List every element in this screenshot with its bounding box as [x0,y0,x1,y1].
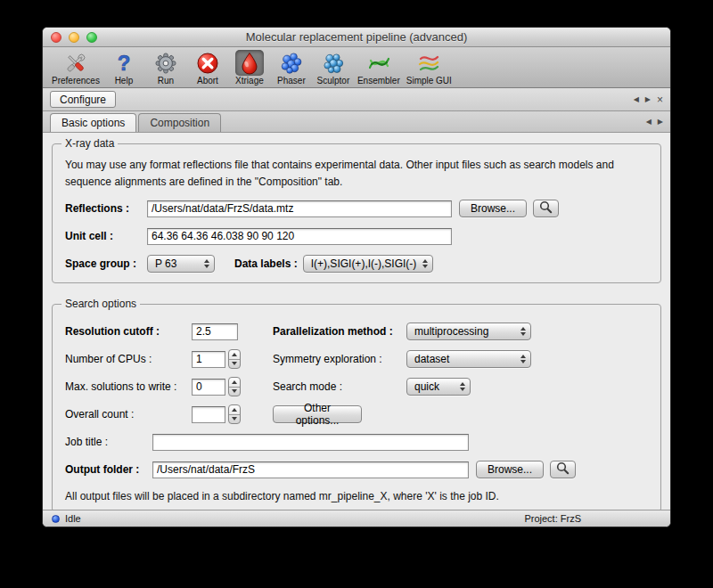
overall-count-row: Overall count : Other options... [65,404,648,424]
xray-data-group-title: X-ray data [61,137,118,150]
toolbar-button-preferences[interactable]: Preferences [52,50,100,86]
tab-configure[interactable]: Configure [50,91,116,108]
max-solutions-stepper[interactable] [228,377,241,396]
reflections-browse-button[interactable]: Browse... [459,200,527,217]
parallelization-label: Parallelization method : [273,325,406,338]
tab-scroll-right-icon[interactable]: ▶ [645,95,651,103]
toolbar-button-ensembler[interactable]: Ensembler [357,50,400,86]
window-title: Molecular replacement pipeline (advanced… [246,30,468,44]
overall-count-spinner [192,404,241,424]
reflections-view-button[interactable] [533,200,559,217]
output-folder-label: Output folder : [65,463,152,476]
tab-basic-options-label: Basic options [61,117,125,129]
space-group-label: Space group : [65,257,147,270]
num-cpus-stepper[interactable] [228,349,241,369]
search-mode-select[interactable]: quick [406,378,471,396]
toolbar-button-simple-gui[interactable]: Simple GUI [406,50,452,86]
status-text: Idle [65,513,81,524]
close-window-button[interactable] [51,32,61,43]
xray-data-group: X-ray data You may use any format reflec… [52,137,661,283]
max-solutions-input[interactable] [192,379,225,396]
abort-x-icon [193,50,222,76]
num-cpus-input[interactable] [192,351,225,368]
search-options-group-title: Search options [61,298,140,310]
toolbar-button-abort[interactable]: Abort [190,50,225,86]
data-labels-select[interactable]: I(+),SIGI(+),I(-),SIGI(-) [303,255,434,273]
titlebar: Molecular replacement pipeline (advanced… [43,28,670,47]
reflections-input[interactable] [147,200,452,217]
unit-cell-label: Unit cell : [65,230,147,242]
max-solutions-spinner [192,377,241,396]
run-gear-icon [152,50,180,76]
popup-arrows-icon [422,259,428,268]
max-solutions-label: Max. solutions to write : [65,380,192,393]
xtriage-drop-icon [235,50,264,76]
stepper-up-icon[interactable] [229,350,240,360]
popup-arrows-icon [520,327,526,336]
toolbar-button-help[interactable]: ? Help [106,50,142,86]
toolbar-label: Phaser [277,76,306,86]
overall-count-label: Overall count : [65,408,192,421]
output-folder-view-button[interactable] [550,461,576,478]
output-folder-browse-button[interactable]: Browse... [476,461,544,478]
resolution-cutoff-label: Resolution cutoff : [65,325,192,338]
configure-tab-strip: Configure ◀ ▶ × [43,88,670,111]
stepper-down-icon[interactable] [229,415,240,424]
stepper-down-icon[interactable] [229,360,240,369]
toolbar-label: Run [158,76,174,86]
project-label: Project: FrzS [524,513,581,524]
toolbar: Preferences ? Help [43,47,670,88]
toolbar-button-xtriage[interactable]: Xtriage [232,50,267,86]
overall-count-stepper[interactable] [228,404,241,424]
subtab-scroll-left-icon[interactable]: ◀ [646,118,652,126]
parallelization-select[interactable]: multiprocessing [406,323,531,340]
help-question-icon: ? [110,50,138,76]
cpus-row: Number of CPUs : Symmetry exploration : … [65,349,648,369]
toolbar-button-run[interactable]: Run [148,50,184,86]
symmetry-select[interactable]: dataset [406,350,531,368]
popup-arrows-icon [520,355,526,363]
preferences-tools-icon [61,50,90,76]
toolbar-label: Simple GUI [406,76,452,86]
toolbar-button-sculptor[interactable]: Sculptor [316,50,351,86]
minimize-window-button[interactable] [69,32,79,43]
unit-cell-row: Unit cell : [65,226,648,246]
tab-close-icon[interactable]: × [657,96,663,103]
space-group-select[interactable]: P 63 [147,255,215,273]
output-folder-input[interactable] [152,461,469,478]
output-note: All output files will be placed in a sub… [65,490,648,502]
max-solutions-row: Max. solutions to write : Search mode : … [65,377,648,396]
job-title-label: Job title : [65,436,152,448]
toolbar-label: Help [115,76,134,86]
sub-tab-strip: Basic options Composition ◀ ▶ [43,111,670,133]
toolbar-label: Abort [197,76,218,86]
resolution-cutoff-input[interactable] [192,323,238,340]
zoom-window-button[interactable] [86,32,97,43]
tab-composition[interactable]: Composition [138,113,221,132]
sculptor-molecule-icon [319,50,348,76]
search-mode-label: Search mode : [273,380,406,393]
job-title-row: Job title : [65,432,648,452]
other-options-button[interactable]: Other options... [273,405,362,423]
tab-basic-options[interactable]: Basic options [50,113,136,132]
tab-scroll-left-icon[interactable]: ◀ [634,95,639,103]
stepper-up-icon[interactable] [229,405,240,415]
toolbar-button-phaser[interactable]: Phaser [274,50,309,86]
phaser-molecule-icon [277,50,306,76]
status-indicator-icon [52,515,60,523]
stepper-up-icon[interactable] [229,378,240,388]
toolbar-label: Ensembler [357,76,400,86]
tab-strip-controls: ◀ ▶ × [634,88,663,110]
tab-composition-label: Composition [150,117,209,129]
magnifier-icon [556,461,570,478]
job-title-input[interactable] [152,434,469,451]
reflections-row: Reflections : Browse... [65,199,648,218]
popup-arrows-icon [460,382,465,391]
simple-gui-ribbon-icon [414,50,443,76]
magnifier-icon [539,200,553,216]
symmetry-label: Symmetry exploration : [273,353,406,365]
subtab-scroll-right-icon[interactable]: ▶ [658,118,663,126]
overall-count-input[interactable] [192,406,225,423]
stepper-down-icon[interactable] [229,388,240,396]
unit-cell-input[interactable] [147,228,452,245]
